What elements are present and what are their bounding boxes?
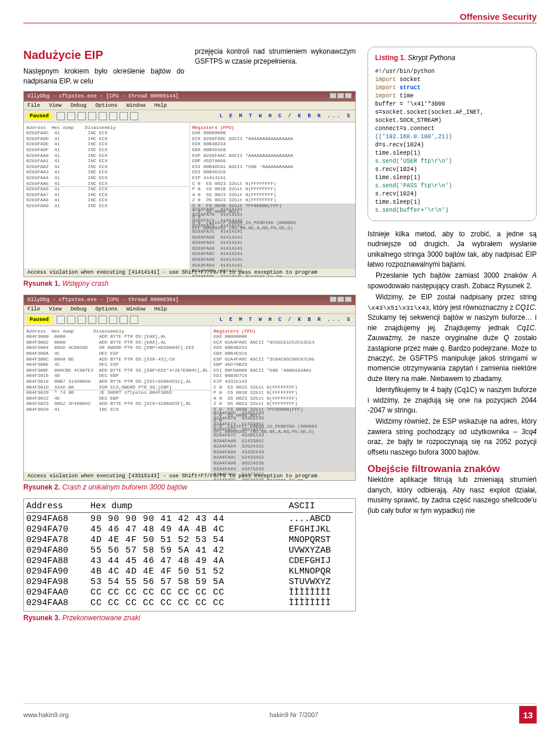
status-line: Access violation when executing [4141414… <box>24 268 355 277</box>
figure-2-caption: Rysunek 2. Crash z unikalnym buforem 300… <box>23 483 356 491</box>
figure-3-caption: Rysunek 3. Przekonwertowane znaki <box>23 614 356 622</box>
toolbar-button[interactable] <box>88 112 96 120</box>
listing-code: #!/usr/bin/python import socket import s… <box>375 68 529 215</box>
toolbar-button[interactable] <box>99 112 107 120</box>
stack-pane: 0288FA6C 41414141 0288FA70 41414141 0288… <box>190 204 356 268</box>
toolbar-button[interactable] <box>88 316 96 324</box>
footer-issue: hakin9 Nr 7/2007 <box>270 711 318 718</box>
toolbar-button[interactable] <box>120 112 128 120</box>
body-p6: Niektóre aplikacje filtrują lub zmieniaj… <box>368 475 537 516</box>
body-p1: Istnieje kilka metod, aby to zrobić, a j… <box>368 229 537 270</box>
section-name: Offensive Security <box>460 12 537 22</box>
page-footer: www.hakin9.org hakin9 Nr 7/2007 13 <box>23 703 537 723</box>
toolbar-button[interactable] <box>67 112 75 120</box>
hex-row: 0294FA904B 4C 4D 4E 4F 50 51 52KLMNOPQR <box>26 567 353 577</box>
intro-text-right: przejęcia kontroli nad strumieniem wykon… <box>195 47 356 65</box>
registers-pane: Registers (FPU) EAX 00000000 ECX 02A4FA9… <box>211 326 355 408</box>
hex-header-ascii: ASCII <box>289 501 353 511</box>
toolbar-letters[interactable]: L E M T W H C / K B R ... S <box>219 317 352 323</box>
toolbar-button[interactable] <box>78 112 86 120</box>
toolbar-button[interactable] <box>57 112 65 120</box>
registers-pane: Registers (FPU) EAX 00000000 ECX 0288FA9… <box>190 123 356 204</box>
status-line: Access violation when executing [4331514… <box>24 472 355 480</box>
disasm-pane: Address Hex dump Disassembly 004F3000 00… <box>24 326 211 390</box>
hex-header-dump: Hex dump <box>90 501 289 511</box>
hex-row: 0294FA9853 54 55 56 57 58 59 5ASTUVWXYZ <box>26 577 353 588</box>
article-title: Nadużycie EIP <box>23 47 184 63</box>
hex-row: 0294FA7045 46 47 48 49 4A 4B 4CEFGHIJKL <box>26 525 353 535</box>
toolbar-button[interactable] <box>67 316 75 324</box>
fig1-titlebar: OllyDbg - cftpstes.exe - [CPU - thread 0… <box>27 93 178 99</box>
figure-2: OllyDbg - cftpstes.exe - [CPU - thread 0… <box>23 295 356 481</box>
listing-label: Listing 1. <box>375 54 406 62</box>
toolbar-button[interactable] <box>109 112 117 120</box>
paused-badge: Paused <box>27 113 51 120</box>
body-p5: Widzimy również, że ESP wskazuje na adre… <box>368 417 537 457</box>
fig2-titlebar: OllyDbg - cftpstes.exe - [CPU - thread 0… <box>27 297 178 303</box>
toolbar-button[interactable] <box>78 316 86 324</box>
hex-header-address: Address <box>26 501 90 511</box>
toolbar-button[interactable] <box>99 316 107 324</box>
right-column: Listing 1. Skrypt Pythona #!/usr/bin/pyt… <box>368 47 537 629</box>
hex-row: 0294FA8843 44 45 46 47 48 49 4ACDEFGHIJ <box>26 556 353 567</box>
footer-url: www.hakin9.org <box>23 711 69 718</box>
toolbar-button[interactable] <box>57 316 65 324</box>
figure-3: Address Hex dump ASCII 0294FA6890 90 90 … <box>23 498 356 611</box>
intro-text-left: Następnym krokiem było określenie bajtów… <box>23 67 184 85</box>
menu-bar[interactable]: File View Debug Options Window Help <box>24 102 355 110</box>
hex-row: 0294FA8055 56 57 58 59 5A 41 42UVWXYZAB <box>26 546 353 556</box>
menu-bar[interactable]: File View Debug Options Window Help <box>24 305 355 314</box>
body-p3: Widzimy, że EIP został nadpisany przez s… <box>368 292 537 384</box>
paused-badge: Paused <box>27 316 51 323</box>
body-p4: Identyfikujemy te 4 bajty (Cq1C) w naszy… <box>368 385 537 415</box>
toolbar-button[interactable] <box>130 112 138 120</box>
window-buttons[interactable] <box>329 296 352 304</box>
toolbar-button[interactable] <box>120 316 128 324</box>
listing-title: Skrypt Pythona <box>408 54 455 62</box>
toolbar-letters[interactable]: L E M T W H C / K B R ... S <box>219 113 352 119</box>
hex-row: 0294FAA8CC CC CC CC CC CC CC CCÌÌÌÌÌÌÌÌ <box>26 598 353 609</box>
page-number: 13 <box>519 706 537 723</box>
hex-row: 0294FAA0CC CC CC CC CC CC CC CCÌÌÌÌÌÌÌÌ <box>26 588 353 598</box>
figure-1-caption: Rysunek 1. Wstępny crash <box>23 279 356 288</box>
disasm-pane: Address Hex dump Disassembly 0288FA9C 41… <box>24 123 190 187</box>
window-buttons[interactable] <box>329 93 352 100</box>
hex-row: 0294FA6890 90 90 90 41 42 43 44....ABCD <box>26 514 353 525</box>
subheading: Obejście filtrowania znaków <box>368 463 537 475</box>
toolbar-button[interactable] <box>130 316 138 324</box>
stack-pane: 02A4FA6C 43355143 02A4FA70 43355143 02A4… <box>211 408 355 472</box>
left-column: Nadużycie EIP Następnym krokiem było okr… <box>23 47 356 629</box>
hex-row: 0294FA784D 4E 4F 50 51 52 53 54MNOPQRST <box>26 535 353 546</box>
body-p2: Przesłanie tych bajtów zamiast 3000 znak… <box>368 271 537 291</box>
toolbar-button[interactable] <box>109 316 117 324</box>
listing-1: Listing 1. Skrypt Pythona #!/usr/bin/pyt… <box>368 47 537 221</box>
figure-1: OllyDbg - cftpstes.exe - [CPU - thread 0… <box>23 91 356 277</box>
